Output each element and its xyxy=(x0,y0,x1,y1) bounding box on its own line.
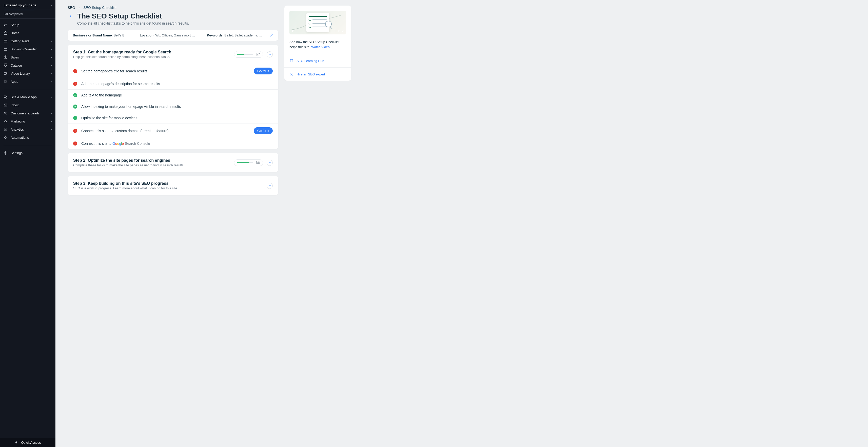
sidebar-item-sales[interactable]: Sales › xyxy=(0,53,56,61)
back-button[interactable] xyxy=(68,13,74,19)
intro-video-thumbnail[interactable]: ▶ 1:12 xyxy=(289,11,346,34)
seo-learning-hub-link[interactable]: SEO Learning Hub xyxy=(284,54,351,67)
video-duration: 1:12 xyxy=(338,29,344,33)
svg-rect-13 xyxy=(290,60,293,62)
expand-step-3-button[interactable] xyxy=(267,183,273,189)
status-error-icon xyxy=(73,129,77,133)
task-row[interactable]: Connect this site to a custom domain (pr… xyxy=(68,124,278,138)
task-row[interactable]: Set the homepage's title for search resu… xyxy=(68,64,278,78)
breadcrumb: SEO › SEO Setup Checklist xyxy=(68,6,278,10)
step-1-desc: Help get this site found online by compl… xyxy=(73,55,172,59)
collapse-step-1-button[interactable] xyxy=(267,52,273,58)
megaphone-icon xyxy=(4,119,8,123)
chevron-right-icon: › xyxy=(51,119,52,123)
sidebar-item-site-mobile[interactable]: Site & Mobile App › xyxy=(0,93,56,101)
sidebar-item-booking-calendar[interactable]: Booking Calendar › xyxy=(0,45,56,53)
nav-label: Settings xyxy=(11,151,23,155)
task-row[interactable]: Add the homepage's description for searc… xyxy=(68,78,278,89)
sidebar-item-marketing[interactable]: Marketing › xyxy=(0,117,56,125)
svg-point-11 xyxy=(6,112,7,113)
sidebar-item-setup[interactable]: Setup xyxy=(0,21,56,29)
nav-label: Marketing xyxy=(11,120,25,123)
nav-label: Getting Paid xyxy=(11,39,29,43)
chart-icon xyxy=(4,127,8,131)
step-1-count: 3/7 xyxy=(255,53,260,56)
quick-access-button[interactable]: Quick Access xyxy=(0,438,56,447)
step-1-card: Step 1: Get the homepage ready for Googl… xyxy=(68,45,278,149)
checklist-graphic xyxy=(306,13,329,32)
nav-label: Analytics xyxy=(11,128,24,131)
kv-keywords: Keywords: Ballet, Ballet academy, Ballet… xyxy=(207,33,267,37)
step-2-card: Step 2: Optimize the site pages for sear… xyxy=(68,153,278,172)
svg-rect-3 xyxy=(4,72,6,74)
chevron-right-icon: › xyxy=(51,127,52,131)
nav-label: Sales xyxy=(11,56,19,59)
chevron-right-icon: › xyxy=(51,95,52,99)
go-for-it-button[interactable]: Go for It xyxy=(254,68,273,74)
calendar-icon xyxy=(4,47,8,51)
hire-seo-expert-link[interactable]: Hire an SEO expert xyxy=(284,67,351,81)
sidebar-item-catalog[interactable]: Catalog › xyxy=(0,61,56,69)
inbox-icon xyxy=(4,103,8,107)
task-row[interactable]: Connect this site to Google Search Conso… xyxy=(68,138,278,149)
step-2-title: Step 2: Optimize the site pages for sear… xyxy=(73,158,184,163)
svg-point-12 xyxy=(5,152,6,153)
person-icon xyxy=(289,72,293,76)
sidebar-item-inbox[interactable]: Inbox xyxy=(0,101,56,109)
sidebar-item-settings[interactable]: Settings xyxy=(0,149,56,157)
svg-rect-7 xyxy=(6,82,7,83)
gear-icon xyxy=(4,151,8,155)
breadcrumb-root[interactable]: SEO xyxy=(68,6,75,10)
step-3-title: Step 3: Keep building on this site's SEO… xyxy=(73,181,178,186)
go-for-it-button[interactable]: Go for It xyxy=(254,127,273,134)
task-label: Set the homepage's title for search resu… xyxy=(81,69,147,73)
watch-video-link[interactable]: Watch Video xyxy=(311,45,330,49)
svg-point-10 xyxy=(4,112,6,113)
quick-access-label: Quick Access xyxy=(21,441,41,444)
nav-label: Automations xyxy=(11,136,29,139)
apps-icon xyxy=(4,79,8,84)
divider xyxy=(4,89,52,89)
bolt-icon xyxy=(4,135,8,139)
wallet-icon xyxy=(4,39,8,43)
sidebar-item-video-library[interactable]: Video Library › xyxy=(0,69,56,77)
expand-step-2-button[interactable] xyxy=(267,160,273,166)
sidebar-item-automations[interactable]: Automations xyxy=(0,133,56,141)
task-label: Connect this site to a custom domain (pr… xyxy=(81,129,168,133)
svg-rect-5 xyxy=(6,80,7,81)
status-ok-icon xyxy=(73,116,77,120)
task-row[interactable]: Add text to the homepage xyxy=(68,89,278,101)
chevron-right-icon: › xyxy=(51,3,52,7)
sidebar-item-home[interactable]: Home xyxy=(0,29,56,37)
step-3-desc: SEO is a work in progress. Learn more ab… xyxy=(73,186,178,190)
sidebar-item-getting-paid[interactable]: Getting Paid › xyxy=(0,37,56,45)
task-row[interactable]: Allow indexing to make your homepage vis… xyxy=(68,101,278,112)
step-3-card: Step 3: Keep building on this site's SEO… xyxy=(68,176,278,195)
nav-label: Apps xyxy=(11,80,18,84)
lightning-icon xyxy=(14,440,19,444)
sidebar-item-apps[interactable]: Apps › xyxy=(0,77,56,86)
step-1-progress: 3/7 xyxy=(234,51,263,58)
chevron-right-icon: › xyxy=(51,111,52,115)
nav-label: Customers & Leads xyxy=(11,111,39,115)
status-error-icon xyxy=(73,82,77,86)
chevron-right-icon: › xyxy=(51,39,52,43)
dollar-icon xyxy=(4,55,8,59)
status-error-icon xyxy=(73,141,77,146)
page-title: The SEO Setup Checklist xyxy=(77,12,162,20)
nav-label: Video Library xyxy=(11,72,30,75)
sidebar-item-analytics[interactable]: Analytics › xyxy=(0,125,56,133)
sidebar-item-customers-leads[interactable]: Customers & Leads › xyxy=(0,109,56,117)
seo-basics-card: Business or Brand Name: Bell's Ball... L… xyxy=(68,30,278,41)
edit-seo-basics-button[interactable] xyxy=(269,33,273,38)
sidebar-nav-settings: Settings xyxy=(0,147,56,159)
progress-fill xyxy=(237,54,244,55)
step-2-progress: 6/8 xyxy=(234,159,263,166)
setup-progress-track xyxy=(4,10,52,10)
site-setup-row[interactable]: Let's set up your site › xyxy=(4,3,52,7)
book-icon xyxy=(289,59,293,63)
rail-link-label: Hire an SEO expert xyxy=(297,72,325,76)
task-row[interactable]: Optimize the site for mobile devices xyxy=(68,112,278,124)
chevron-right-icon: › xyxy=(51,55,52,59)
site-setup-label: Let's set up your site xyxy=(4,3,36,7)
